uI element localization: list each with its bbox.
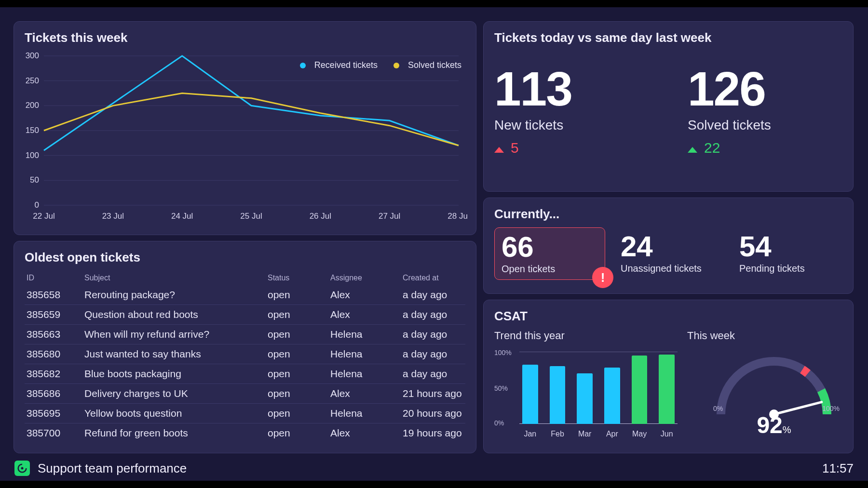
bar bbox=[550, 366, 566, 424]
panel-title: Tickets today vs same day last week bbox=[494, 30, 842, 45]
cell-assignee: Alex bbox=[328, 305, 401, 325]
table-row[interactable]: 385663When will my refund arrive?openHel… bbox=[25, 325, 465, 344]
col-created: Created at bbox=[401, 271, 465, 285]
cell-subject: Yellow boots question bbox=[82, 404, 266, 423]
svg-text:23 Jul: 23 Jul bbox=[102, 211, 124, 221]
bar-label: Feb bbox=[550, 430, 566, 438]
svg-text:24 Jul: 24 Jul bbox=[171, 211, 193, 221]
cell-id: 385658 bbox=[25, 285, 82, 305]
cell-id: 385663 bbox=[25, 325, 82, 344]
svg-text:25 Jul: 25 Jul bbox=[240, 211, 262, 221]
panel-title: Oldest open tickets bbox=[25, 250, 465, 265]
csat-bar-chart: 100% 50% 0% JanFebMarAprMayJun bbox=[494, 347, 678, 438]
legend-label-received: Received tickets bbox=[314, 60, 378, 70]
stat-value: 24 bbox=[621, 232, 717, 261]
cell-id: 385695 bbox=[25, 404, 82, 423]
cell-assignee: Helena bbox=[328, 404, 401, 423]
y-tick: 100% bbox=[494, 349, 512, 356]
triangle-up-icon bbox=[494, 147, 504, 153]
svg-text:300: 300 bbox=[26, 51, 39, 60]
svg-text:28 Jul: 28 Jul bbox=[448, 211, 468, 221]
svg-point-23 bbox=[21, 467, 24, 470]
bar bbox=[632, 356, 648, 424]
y-tick: 0% bbox=[494, 419, 504, 427]
cell-assignee: Helena bbox=[328, 325, 401, 344]
cell-created: 19 hours ago bbox=[401, 423, 465, 443]
svg-text:50: 50 bbox=[30, 175, 39, 185]
cell-status: open bbox=[266, 384, 328, 404]
kpi-value: 126 bbox=[688, 65, 842, 113]
kpi-delta: 5 bbox=[494, 140, 649, 156]
cell-id: 385682 bbox=[25, 364, 82, 384]
stat-label: Unassigned tickets bbox=[621, 263, 717, 274]
cell-created: a day ago bbox=[401, 305, 465, 325]
table-row[interactable]: 385680Just wanted to say thanksopenHelen… bbox=[25, 344, 465, 364]
cell-assignee: Alex bbox=[328, 285, 401, 305]
oldest-tickets-panel: Oldest open tickets ID Subject Status As… bbox=[14, 241, 476, 453]
cell-assignee: Alex bbox=[328, 423, 401, 443]
chart-legend: Received tickets Solved tickets bbox=[286, 60, 461, 70]
cell-status: open bbox=[266, 364, 328, 384]
legend-dot-solved bbox=[393, 63, 399, 68]
bar-label: May bbox=[632, 430, 648, 438]
bar-label: Apr bbox=[604, 430, 620, 438]
dashboard-title: Support team performance bbox=[38, 461, 187, 476]
cell-assignee: Helena bbox=[328, 344, 401, 364]
stat-label: Pending tickets bbox=[739, 263, 836, 274]
kpi-delta: 22 bbox=[688, 140, 842, 156]
cell-created: a day ago bbox=[401, 364, 465, 384]
svg-text:27 Jul: 27 Jul bbox=[379, 211, 400, 221]
triangle-up-icon bbox=[688, 147, 697, 153]
stat-value: 66 bbox=[502, 233, 598, 262]
cell-subject: Refund for green boots bbox=[82, 423, 266, 443]
csat-panel: CSAT Trend this year 100% 50% 0% JanFebM… bbox=[483, 300, 854, 453]
col-subject: Subject bbox=[82, 271, 266, 285]
open-tickets-stat: 66 Open tickets ! bbox=[494, 227, 605, 280]
cell-subject: When will my refund arrive? bbox=[82, 325, 266, 344]
cell-created: a day ago bbox=[401, 344, 465, 364]
kpi-label: Solved tickets bbox=[688, 118, 842, 133]
week-subhead: This week bbox=[687, 330, 851, 342]
panel-title: CSAT bbox=[494, 309, 842, 324]
cell-subject: Rerouting package? bbox=[82, 285, 266, 305]
kpi-label: New tickets bbox=[494, 118, 649, 133]
kpi-value: 113 bbox=[494, 65, 649, 113]
panel-title: Currently... bbox=[494, 207, 842, 222]
cell-created: 20 hours ago bbox=[401, 404, 465, 423]
cell-status: open bbox=[266, 325, 328, 344]
legend-label-solved: Solved tickets bbox=[408, 60, 461, 70]
cell-created: a day ago bbox=[401, 285, 465, 305]
cell-subject: Blue boots packaging bbox=[82, 364, 266, 384]
alert-icon: ! bbox=[592, 267, 613, 288]
new-tickets-kpi: 113 New tickets 5 bbox=[494, 65, 649, 156]
table-row[interactable]: 385700Refund for green bootsopenAlex19 h… bbox=[25, 423, 465, 443]
cell-id: 385680 bbox=[25, 344, 82, 364]
svg-text:250: 250 bbox=[26, 76, 39, 85]
cell-subject: Just wanted to say thanks bbox=[82, 344, 266, 364]
stat-label: Open tickets bbox=[502, 264, 598, 275]
svg-text:200: 200 bbox=[26, 101, 39, 110]
cell-id: 385659 bbox=[25, 305, 82, 325]
gauge-value: 92% bbox=[706, 412, 841, 438]
gauge-max: 100% bbox=[822, 405, 840, 412]
svg-text:22 Jul: 22 Jul bbox=[33, 211, 54, 221]
tickets-today-panel: Tickets today vs same day last week 113 … bbox=[483, 21, 854, 192]
cell-created: 21 hours ago bbox=[401, 384, 465, 404]
svg-text:150: 150 bbox=[26, 126, 39, 135]
table-row[interactable]: 385659Question about red bootsopenAlexa … bbox=[25, 305, 465, 325]
bar-label: Mar bbox=[577, 430, 593, 438]
footer-bar: Support team performance 11:57 bbox=[0, 456, 868, 481]
currently-panel: Currently... 66 Open tickets ! 24 Unassi… bbox=[483, 198, 854, 294]
table-row[interactable]: 385695Yellow boots questionopenHelena20 … bbox=[25, 404, 465, 423]
col-status: Status bbox=[266, 271, 328, 285]
table-row[interactable]: 385658Rerouting package?openAlexa day ag… bbox=[25, 285, 465, 305]
csat-week-col: This week 0% 100% 92% bbox=[687, 330, 851, 438]
csat-trend-col: Trend this year 100% 50% 0% JanFebMarApr… bbox=[494, 330, 678, 438]
table-row[interactable]: 385682Blue boots packagingopenHelenaa da… bbox=[25, 364, 465, 384]
bar bbox=[604, 368, 620, 424]
table-row[interactable]: 385686Delivery charges to UKopenAlex21 h… bbox=[25, 384, 465, 404]
y-tick: 50% bbox=[494, 384, 508, 392]
cell-status: open bbox=[266, 423, 328, 443]
unassigned-tickets-stat: 24 Unassigned tickets bbox=[614, 227, 724, 280]
svg-text:0: 0 bbox=[35, 200, 39, 210]
